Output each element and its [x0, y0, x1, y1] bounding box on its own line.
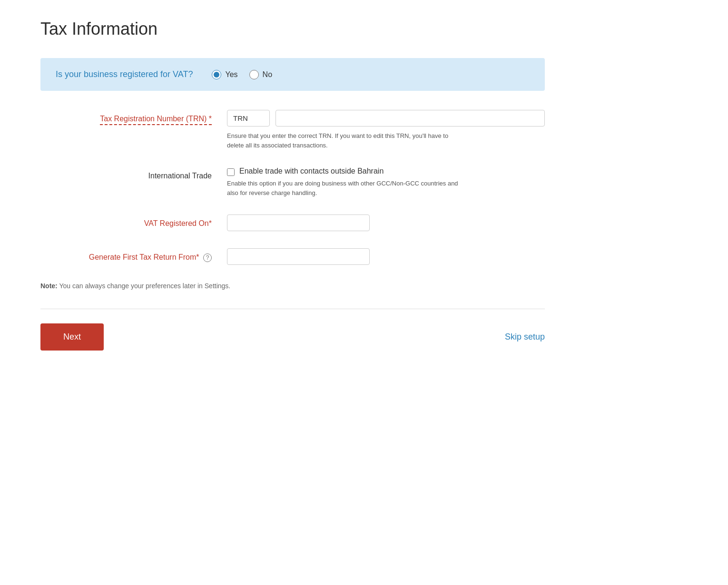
- vat-registered-on-input[interactable]: [227, 214, 370, 231]
- vat-no-radio[interactable]: [249, 70, 259, 79]
- next-button[interactable]: Next: [40, 323, 104, 351]
- vat-question-label: Is your business registered for VAT?: [56, 69, 193, 79]
- international-trade-hint: Enable this option if you are doing busi…: [227, 179, 465, 197]
- note-text: You can always change your preferences l…: [59, 282, 230, 290]
- international-trade-checkbox[interactable]: [227, 168, 235, 176]
- vat-registered-on-label: VAT Registered On*: [40, 214, 212, 228]
- generate-first-tax-label-text: Generate First Tax Return From*: [89, 253, 199, 261]
- generate-first-tax-control: [227, 248, 545, 265]
- generate-first-tax-help-icon[interactable]: ?: [203, 254, 212, 262]
- vat-radio-group: Yes No: [212, 70, 272, 79]
- generate-first-tax-label: Generate First Tax Return From* ?: [40, 248, 212, 262]
- international-trade-control: Enable trade with contacts outside Bahra…: [227, 167, 545, 197]
- note-section: Note: You can always change your prefere…: [40, 282, 545, 290]
- trn-number-input[interactable]: [275, 110, 545, 127]
- trn-label: Tax Registration Number (TRN) *: [40, 110, 212, 125]
- vat-yes-option[interactable]: Yes: [212, 70, 237, 79]
- footer-actions: Next Skip setup: [40, 323, 545, 351]
- trn-input-row: [227, 110, 545, 127]
- trn-prefix-input[interactable]: [227, 110, 270, 127]
- international-trade-label: International Trade: [40, 167, 212, 180]
- form-section: Tax Registration Number (TRN) * Ensure t…: [40, 110, 545, 265]
- vat-yes-radio[interactable]: [212, 70, 221, 79]
- international-trade-checkbox-row: Enable trade with contacts outside Bahra…: [227, 167, 545, 176]
- generate-first-tax-row: Generate First Tax Return From* ?: [40, 248, 545, 265]
- vat-no-label: No: [263, 70, 272, 79]
- vat-yes-label: Yes: [225, 70, 237, 79]
- vat-question-banner: Is your business registered for VAT? Yes…: [40, 58, 545, 91]
- international-trade-row: International Trade Enable trade with co…: [40, 167, 545, 197]
- page-title: Tax Information: [40, 19, 545, 39]
- generate-first-tax-input[interactable]: [227, 248, 370, 265]
- trn-row: Tax Registration Number (TRN) * Ensure t…: [40, 110, 545, 150]
- note-bold: Note:: [40, 282, 58, 290]
- skip-setup-link[interactable]: Skip setup: [505, 332, 545, 342]
- international-trade-checkbox-label: Enable trade with contacts outside Bahra…: [239, 167, 384, 176]
- vat-no-option[interactable]: No: [249, 70, 272, 79]
- trn-control-group: Ensure that you enter the correct TRN. I…: [227, 110, 545, 150]
- vat-registered-on-row: VAT Registered On*: [40, 214, 545, 231]
- trn-label-text: Tax Registration Number (TRN) *: [100, 115, 212, 125]
- trn-hint: Ensure that you enter the correct TRN. I…: [227, 131, 465, 150]
- footer-divider: [40, 309, 545, 309]
- vat-registered-on-control: [227, 214, 545, 231]
